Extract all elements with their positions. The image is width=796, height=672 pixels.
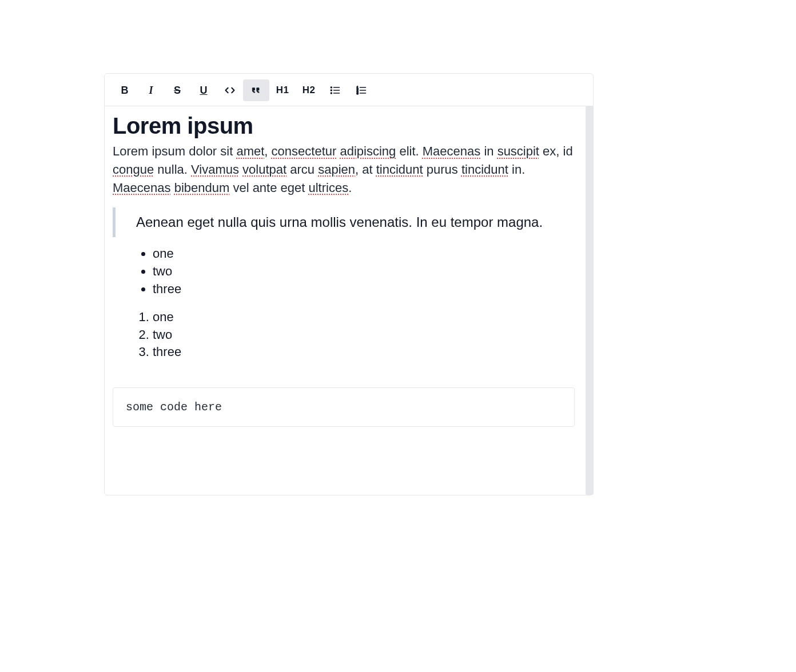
scrollbar[interactable] [583,106,593,495]
quote-button[interactable] [243,79,269,101]
text-span: , [264,144,271,158]
ordered-list[interactable]: onetwothree [113,309,575,361]
svg-point-1 [331,90,332,91]
underline-icon: U [200,85,208,97]
text-span: vel ante eget [229,181,308,195]
paragraph[interactable]: Lorem ipsum dolor sit amet, consectetur … [113,142,575,197]
h1-icon: H1 [276,85,289,96]
editor-content[interactable]: Lorem ipsum Lorem ipsum dolor sit amet, … [105,106,583,495]
heading-1[interactable]: Lorem ipsum [113,113,575,139]
code-block[interactable]: some code here [113,387,575,427]
spell-marked-text: volutpat [242,162,286,177]
h1-button[interactable]: H1 [269,79,296,101]
text-span: purus [423,162,461,177]
spell-marked-text: bibendum [174,181,230,195]
strike-icon: S [174,85,181,97]
rich-text-editor: B I S U H1 H2 123 Lorem ipsum [104,73,594,495]
spell-marked-text: sapien [318,162,355,177]
spell-marked-text: amet [236,144,264,158]
text-span: elit. [396,144,422,158]
list-item[interactable]: two [153,326,575,344]
toolbar: B I S U H1 H2 123 [105,74,593,106]
list-item[interactable]: one [153,309,575,326]
ordered-list-button[interactable]: 123 [348,79,375,101]
blockquote[interactable]: Aenean eget nulla quis urna mollis venen… [113,207,575,238]
spell-marked-text: ultrices [309,181,349,195]
spell-marked-text: adipiscing [340,144,396,158]
spell-marked-text: Vivamus [191,162,239,177]
spell-marked-text: congue [113,162,154,177]
text-span: ex, id [539,144,573,158]
list-item[interactable]: one [153,245,575,263]
svg-text:3: 3 [357,91,359,95]
italic-button[interactable]: I [138,79,164,101]
italic-icon: I [149,85,153,97]
spell-marked-text: suscipit [498,144,539,158]
code-icon [224,85,236,96]
ordered-list-icon: 123 [356,85,367,96]
svg-point-2 [331,93,332,94]
strike-button[interactable]: S [164,79,190,101]
h2-button[interactable]: H2 [296,79,322,101]
svg-point-0 [331,87,332,88]
text-span: Lorem ipsum dolor sit [113,144,236,158]
text-span: . [348,181,352,195]
spell-marked-text: tincidunt [461,162,508,177]
underline-button[interactable]: U [190,79,217,101]
spell-marked-text: consectetur [272,144,337,158]
content-wrap: Lorem ipsum Lorem ipsum dolor sit amet, … [105,106,593,495]
text-span: , at [355,162,376,177]
spell-marked-text: Maecenas [113,181,171,195]
text-span: in. [508,162,525,177]
scrollbar-thumb[interactable] [586,106,594,495]
quote-icon [250,85,262,96]
unordered-list[interactable]: onetwothree [113,245,575,298]
list-item[interactable]: three [153,343,575,361]
h2-icon: H2 [303,85,316,96]
text-span: in [480,144,497,158]
text-span: arcu [286,162,318,177]
unordered-list-icon [329,85,341,96]
unordered-list-button[interactable] [322,79,348,101]
list-item[interactable]: three [153,281,575,298]
list-item[interactable]: two [153,263,575,281]
bold-icon: B [121,85,129,97]
spell-marked-text: tincidunt [376,162,423,177]
text-span: nulla. [154,162,191,177]
code-button[interactable] [217,79,243,101]
spell-marked-text: Maecenas [423,144,481,158]
bold-button[interactable]: B [112,79,138,101]
